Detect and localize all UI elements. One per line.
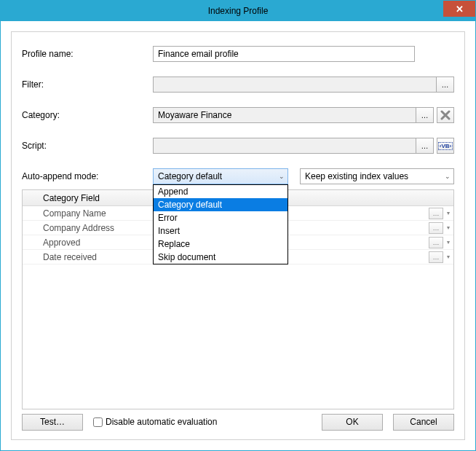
triangle-down-icon: ▼ [446,240,451,245]
label-script: Script: [22,141,153,151]
clear-x-icon [440,110,451,120]
test-button[interactable]: Test… [22,414,83,431]
auto-append-dropdown-list: Append Category default Error Insert Rep… [153,184,288,264]
ellipsis-icon: … [433,239,440,246]
triangle-down-icon: ▼ [446,225,451,230]
button-bar: Test… Disable automatic evaluation OK Ca… [22,413,454,431]
window-title: Indexing Profile [208,6,269,16]
close-button[interactable]: ✕ [443,1,475,17]
disable-eval-checkbox[interactable]: Disable automatic evaluation [93,417,217,427]
keep-existing-dropdown[interactable]: Keep existing index values ⌄ [300,168,454,184]
filter-browse-button[interactable]: … [437,77,454,93]
titlebar: Indexing Profile ✕ [1,1,475,21]
dropdown-item[interactable]: Insert [154,224,287,238]
dropdown-item[interactable]: Append [154,185,287,198]
grid-cell-field: Date received [23,252,172,262]
dropdown-item[interactable]: Category default [154,198,287,211]
script-browse-button[interactable]: … [416,138,434,154]
category-browse-button[interactable]: … [416,107,434,123]
script-vb-button[interactable]: ‹VB› [437,138,454,154]
label-category: Category: [22,110,153,120]
cell-browse-button[interactable]: … [429,251,443,263]
category-display: Moyaware Finance [153,107,416,123]
grid-cell-field: Approved [23,238,172,248]
row-filter: Filter: … [22,76,454,93]
script-display [153,138,416,154]
auto-append-dropdown[interactable]: Category default ⌄ Append Category defau… [153,168,288,184]
label-filter: Filter: [22,79,153,90]
category-clear-button[interactable] [437,107,454,123]
ellipsis-icon: … [421,111,429,119]
ellipsis-icon: … [433,254,440,261]
ellipsis-icon: … [442,81,449,89]
ellipsis-icon: … [433,224,440,232]
chevron-down-icon: ⌄ [445,173,451,180]
label-profile-name: Profile name: [22,49,153,59]
disable-eval-label: Disable automatic evaluation [106,417,217,427]
disable-eval-checkbox-input[interactable] [93,417,103,427]
dialog-window: Indexing Profile ✕ Profile name: Filter:… [0,0,476,451]
dropdown-item[interactable]: Skip document [154,251,287,264]
dialog-content: Profile name: Filter: … Category: Moyawa… [11,31,465,440]
auto-append-value: Category default [158,171,222,181]
label-auto-append: Auto-append mode: [22,171,153,181]
cell-dropdown-button[interactable]: ▼ [445,251,452,263]
ellipsis-icon: … [421,142,429,150]
grid-cell-field: Company Name [23,208,172,219]
grid-cell-field: Company Address [23,223,172,233]
row-script: Script: … ‹VB› [22,137,454,154]
vb-icon: ‹VB› [438,142,453,150]
keep-existing-value: Keep existing index values [305,171,408,181]
row-auto-append: Auto-append mode: Category default ⌄ App… [22,168,454,185]
close-icon: ✕ [456,4,464,15]
row-profile-name: Profile name: [22,45,454,63]
cell-dropdown-button[interactable]: ▼ [445,237,452,248]
ok-button[interactable]: OK [322,414,383,431]
triangle-down-icon: ▼ [446,211,451,216]
cell-browse-button[interactable]: … [429,208,443,219]
ellipsis-icon: … [433,210,440,217]
dropdown-item[interactable]: Error [154,211,287,224]
cell-dropdown-button[interactable]: ▼ [445,222,452,234]
cell-browse-button[interactable]: … [429,237,443,248]
grid-header-field[interactable]: Category Field [23,190,172,205]
row-category: Category: Moyaware Finance … [22,106,454,124]
cell-dropdown-button[interactable]: ▼ [445,208,452,219]
dropdown-item[interactable]: Replace [154,238,287,251]
chevron-down-icon: ⌄ [279,173,285,180]
filter-display [153,77,437,93]
cell-browse-button[interactable]: … [429,222,443,234]
cancel-button[interactable]: Cancel [393,414,454,431]
profile-name-input[interactable] [153,46,415,62]
triangle-down-icon: ▼ [446,254,451,259]
